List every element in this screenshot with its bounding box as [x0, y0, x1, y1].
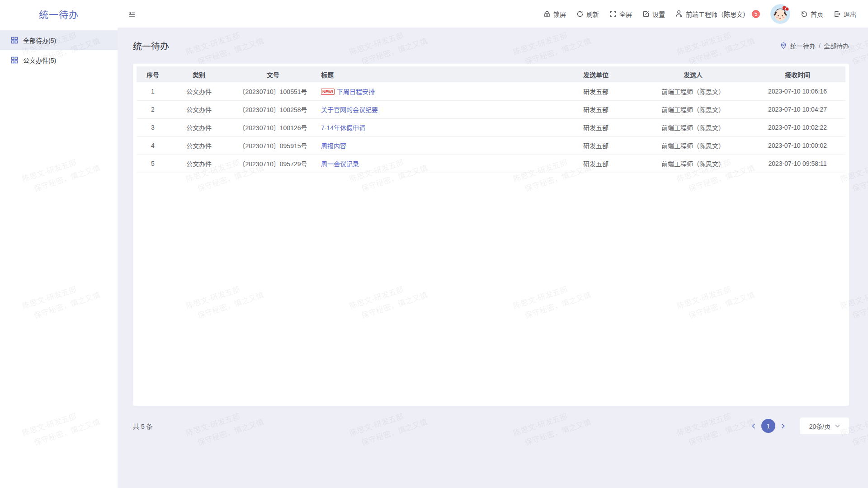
location-pin-icon	[780, 42, 787, 49]
lock-screen-button[interactable]: 锁屏	[543, 9, 566, 19]
row-title-cell: 周一会议记录	[317, 155, 555, 173]
task-table-body: 1公文办件〔20230710〕100551号NEW!下周日程安排研发五部前端工程…	[137, 82, 845, 173]
breadcrumb-root[interactable]: 统一待办	[790, 41, 816, 50]
row-doc-number: 〔20230710〕100258号	[229, 100, 317, 118]
row-sender: 前端工程师（陈思文）	[637, 82, 750, 100]
sidebar-item-label: 全部待办(5)	[23, 36, 56, 45]
todo-table: 序号 类别 文号 标题 发送单位 发送人 接收时间 1公文办件〔20230710…	[137, 66, 845, 173]
refresh-button[interactable]: 刷新	[576, 9, 599, 19]
table-row: 3公文办件〔20230710〕100126号7-14年休假申请研发五部前端工程师…	[137, 118, 845, 136]
grid-icon	[11, 56, 18, 64]
refresh-label: 刷新	[586, 9, 599, 19]
sidebar-item-official-docs[interactable]: 公文办件(5)	[0, 50, 118, 70]
home-button[interactable]: 首页	[801, 9, 823, 19]
next-page-button[interactable]	[777, 420, 789, 432]
row-received-time: 2023-07-10 10:02:22	[750, 118, 845, 136]
home-back-icon	[801, 10, 808, 18]
row-sender-unit: 研发五部	[555, 82, 637, 100]
fullscreen-button[interactable]: 全屏	[609, 9, 632, 19]
fullscreen-icon	[609, 10, 617, 18]
settings-button[interactable]: 设置	[642, 9, 665, 19]
row-title-cell: 关于官网的会议纪要	[317, 100, 555, 118]
row-category: 公文办件	[169, 155, 229, 173]
prev-page-button[interactable]	[747, 420, 760, 432]
row-sender: 前端工程师（陈思文）	[637, 136, 750, 155]
row-doc-number: 〔20230710〕100126号	[229, 118, 317, 136]
logout-button[interactable]: 退出	[834, 9, 856, 19]
todo-list-card: 序号 类别 文号 标题 发送单位 发送人 接收时间 1公文办件〔20230710…	[133, 64, 849, 406]
row-received-time: 2023-07-10 10:06:16	[750, 82, 845, 100]
row-title-link[interactable]: 下周日程安排	[337, 88, 375, 95]
row-title-link[interactable]: 周报内容	[321, 142, 346, 150]
top-header: 锁屏 刷新 全屏	[118, 0, 868, 28]
sidebar: 统一待办 全部待办(5) 公文办件(5)	[0, 0, 118, 488]
avatar-image	[770, 4, 790, 24]
row-title-link[interactable]: 关于官网的会议纪要	[321, 106, 378, 113]
chevron-down-icon	[835, 423, 840, 428]
app-root: 统一待办 全部待办(5) 公文办件(5)	[0, 0, 868, 488]
page-title: 统一待办	[133, 39, 169, 52]
col-sender-unit: 发送单位	[555, 66, 637, 82]
row-doc-number: 〔20230710〕095915号	[229, 136, 317, 155]
total-count: 共 5 条	[133, 422, 153, 431]
new-badge: NEW!	[321, 89, 335, 95]
page-size-select[interactable]: 20条/页	[800, 418, 849, 434]
sidebar-collapse-button[interactable]	[128, 10, 136, 18]
table-row: 5公文办件〔20230710〕095729号周一会议记录研发五部前端工程师（陈思…	[137, 155, 845, 173]
row-sender-unit: 研发五部	[555, 100, 637, 118]
avatar[interactable]	[770, 4, 790, 24]
logout-label: 退出	[844, 9, 856, 19]
sidebar-item-all-todos[interactable]: 全部待办(5)	[0, 30, 118, 50]
home-label: 首页	[811, 9, 823, 19]
list-footer: 共 5 条 1 20条/页	[133, 418, 849, 434]
sidebar-menu: 全部待办(5) 公文办件(5)	[0, 28, 118, 70]
page-number-1[interactable]: 1	[761, 419, 775, 433]
breadcrumb-separator: /	[819, 42, 821, 49]
app-title: 统一待办	[0, 0, 118, 28]
col-sender: 发送人	[637, 66, 750, 82]
col-category: 类别	[169, 66, 229, 82]
settings-label: 设置	[652, 9, 665, 19]
row-title-cell: NEW!下周日程安排	[317, 82, 555, 100]
col-received-time: 接收时间	[750, 66, 845, 82]
row-received-time: 2023-07-10 10:04:27	[750, 100, 845, 118]
row-sender-unit: 研发五部	[555, 136, 637, 155]
row-doc-number: 〔20230710〕100551号	[229, 82, 317, 100]
row-title-link[interactable]: 周一会议记录	[321, 160, 359, 168]
row-title-cell: 周报内容	[317, 136, 555, 155]
main-content: 统一待办 统一待办 / 全部待办	[118, 28, 868, 488]
page-size-value: 20条/页	[809, 422, 830, 431]
table-row: 1公文办件〔20230710〕100551号NEW!下周日程安排研发五部前端工程…	[137, 82, 845, 100]
col-doc-number: 文号	[229, 66, 317, 82]
sidebar-item-label: 公文办件(5)	[23, 56, 56, 65]
lock-icon	[543, 10, 551, 18]
row-doc-number: 〔20230710〕095729号	[229, 155, 317, 173]
fullscreen-label: 全屏	[619, 9, 632, 19]
row-received-time: 2023-07-10 10:00:02	[750, 136, 845, 155]
col-title: 标题	[317, 66, 555, 82]
user-menu[interactable]: 前端工程师（陈思文） 5	[675, 9, 760, 19]
logout-icon	[834, 10, 841, 18]
row-category: 公文办件	[169, 82, 229, 100]
breadcrumb: 统一待办 / 全部待办	[780, 41, 849, 50]
notification-badge: 5	[752, 10, 760, 18]
row-title-cell: 7-14年休假申请	[317, 118, 555, 136]
chevron-left-icon	[751, 423, 756, 429]
chevron-right-icon	[780, 423, 786, 429]
table-header: 序号 类别 文号 标题 发送单位 发送人 接收时间	[137, 66, 845, 82]
row-sender: 前端工程师（陈思文）	[637, 118, 750, 136]
row-title-link[interactable]: 7-14年休假申请	[321, 124, 365, 131]
row-sender: 前端工程师（陈思文）	[637, 155, 750, 173]
row-index: 4	[137, 136, 169, 155]
breadcrumb-current[interactable]: 全部待办	[824, 41, 849, 50]
row-sender: 前端工程师（陈思文）	[637, 100, 750, 118]
col-index: 序号	[137, 66, 169, 82]
row-index: 5	[137, 155, 169, 173]
row-category: 公文办件	[169, 100, 229, 118]
user-name-label: 前端工程师（陈思文）	[686, 9, 749, 19]
row-category: 公文办件	[169, 118, 229, 136]
row-category: 公文办件	[169, 136, 229, 155]
row-index: 1	[137, 82, 169, 100]
grid-icon	[11, 37, 18, 44]
pagination: 1 20条/页	[747, 418, 849, 434]
